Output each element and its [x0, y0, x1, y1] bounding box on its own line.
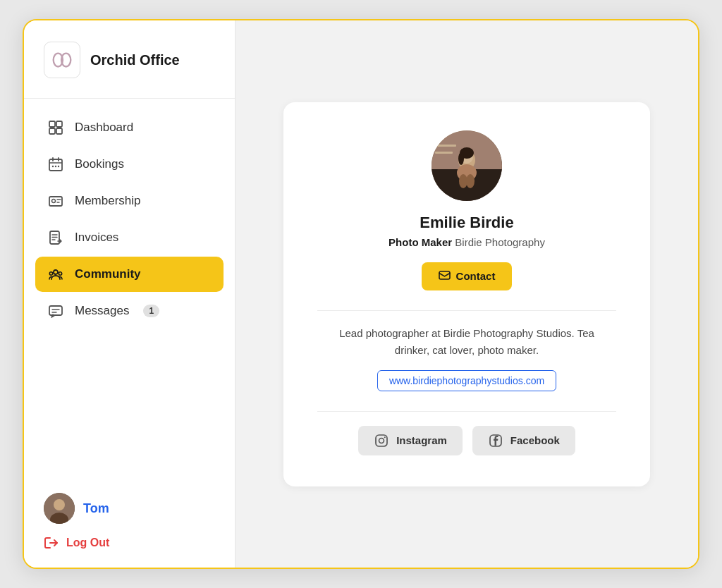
sidebar-item-label-community: Community — [75, 267, 141, 281]
svg-point-28 — [54, 499, 65, 510]
bookings-icon — [47, 155, 65, 173]
sidebar-item-messages[interactable]: Messages 1 — [35, 293, 224, 329]
app-container: Orchid Office Dashboard — [23, 19, 699, 569]
profile-bio: Lead photographer at Birdie Photography … — [326, 325, 608, 359]
sidebar-item-label-bookings: Bookings — [75, 157, 124, 171]
svg-rect-33 — [435, 145, 456, 147]
facebook-label: Facebook — [510, 434, 560, 446]
sidebar-item-invoices[interactable]: Invoices — [35, 220, 224, 255]
svg-rect-5 — [56, 128, 62, 134]
social-buttons: Instagram Facebook — [358, 426, 575, 455]
membership-icon — [47, 192, 65, 210]
svg-point-23 — [59, 272, 61, 275]
svg-point-10 — [52, 166, 54, 167]
sidebar-divider — [24, 98, 235, 99]
sidebar-item-label-messages: Messages — [75, 304, 129, 318]
svg-rect-34 — [435, 152, 453, 154]
app-logo — [44, 42, 80, 78]
profile-website-link[interactable]: www.birdiephotographystudios.com — [377, 370, 556, 391]
instagram-button[interactable]: Instagram — [358, 426, 463, 455]
card-divider-bottom — [317, 411, 616, 412]
facebook-icon — [488, 433, 503, 448]
sidebar-item-membership[interactable]: Membership — [35, 183, 224, 219]
sidebar-item-label-membership: Membership — [75, 194, 141, 208]
logo-area: Orchid Office — [24, 42, 235, 98]
svg-rect-6 — [49, 159, 62, 171]
instagram-label: Instagram — [396, 434, 447, 446]
sidebar-item-label-invoices: Invoices — [75, 231, 118, 245]
card-divider-top — [317, 310, 616, 311]
dashboard-icon — [47, 118, 65, 137]
nav-menu: Dashboard Bookings — [24, 104, 235, 482]
sidebar-item-community[interactable]: Community — [35, 257, 224, 292]
instagram-icon — [374, 433, 389, 448]
svg-point-21 — [54, 270, 58, 274]
profile-card: Emilie Birdie Photo Maker Birdie Photogr… — [283, 102, 650, 486]
svg-rect-24 — [49, 306, 62, 315]
logout-label: Log Out — [66, 537, 109, 549]
svg-rect-42 — [439, 271, 450, 279]
app-title: Orchid Office — [90, 52, 180, 68]
contact-button[interactable]: Contact — [422, 262, 513, 290]
messages-badge: 1 — [143, 305, 159, 317]
contact-icon — [439, 269, 451, 283]
svg-point-45 — [384, 436, 386, 438]
main-content: Emilie Birdie Photo Maker Birdie Photogr… — [235, 20, 698, 568]
sidebar-item-bookings[interactable]: Bookings — [35, 147, 224, 182]
svg-rect-4 — [49, 128, 55, 134]
logout-icon — [44, 535, 59, 551]
svg-point-44 — [379, 438, 384, 443]
sidebar-bottom: Tom Log Out — [24, 482, 235, 551]
logout-row[interactable]: Log Out — [44, 535, 215, 551]
user-profile-row[interactable]: Tom — [44, 493, 215, 524]
profile-name: Emilie Birdie — [420, 214, 513, 232]
svg-rect-43 — [376, 435, 387, 446]
profile-company: Birdie Photography — [455, 236, 545, 248]
contact-label: Contact — [456, 270, 496, 282]
sidebar-item-label-dashboard: Dashboard — [75, 121, 133, 135]
messages-icon — [47, 302, 65, 320]
svg-point-38 — [458, 152, 464, 165]
svg-point-22 — [49, 272, 52, 275]
profile-role-line: Photo Maker Birdie Photography — [388, 236, 545, 248]
invoices-icon — [47, 228, 65, 247]
svg-rect-2 — [49, 121, 55, 127]
facebook-button[interactable]: Facebook — [472, 426, 575, 455]
svg-point-14 — [52, 200, 56, 203]
community-icon — [47, 265, 65, 283]
sidebar: Orchid Office Dashboard — [24, 20, 235, 568]
svg-point-12 — [58, 166, 59, 167]
user-name: Tom — [83, 501, 109, 516]
avatar — [44, 493, 75, 524]
profile-avatar — [432, 130, 502, 201]
profile-role: Photo Maker — [388, 236, 452, 248]
svg-point-11 — [55, 166, 56, 167]
svg-rect-3 — [56, 121, 62, 127]
sidebar-item-dashboard[interactable]: Dashboard — [35, 110, 224, 145]
svg-point-41 — [466, 174, 475, 188]
